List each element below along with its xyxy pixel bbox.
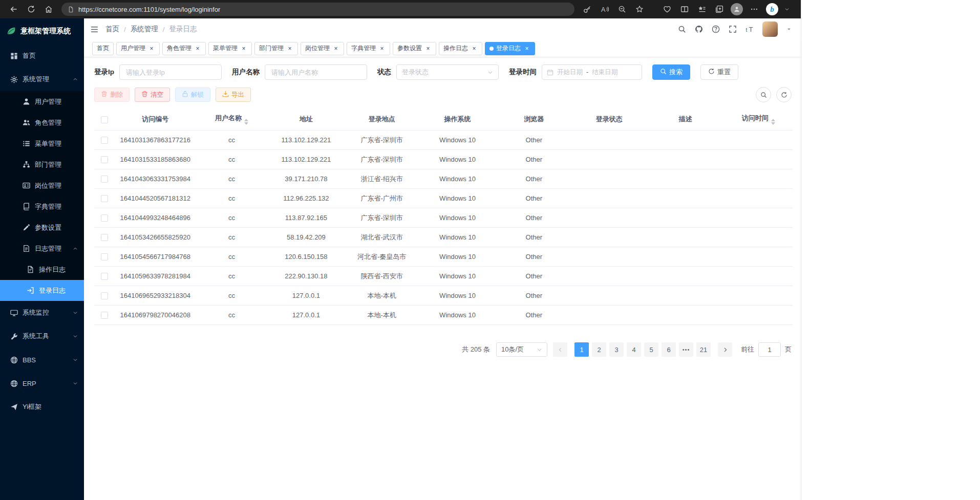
status-select[interactable]: 登录状态: [396, 64, 499, 80]
toggle-search-button[interactable]: [756, 87, 771, 102]
browser-essentials-icon[interactable]: [658, 2, 676, 17]
fullscreen-icon[interactable]: [729, 25, 737, 33]
login-time-range-picker[interactable]: 开始日期 - 结束日期: [542, 64, 642, 80]
sidebar-item[interactable]: 字典管理: [0, 196, 84, 217]
search-button[interactable]: 搜索: [652, 64, 690, 80]
tab-close-icon[interactable]: ×: [286, 45, 293, 52]
clear-button[interactable]: 清空: [135, 88, 170, 102]
row-checkbox[interactable]: [101, 292, 108, 299]
site-info-icon[interactable]: [68, 6, 74, 13]
row-checkbox[interactable]: [101, 253, 108, 260]
github-icon[interactable]: [695, 25, 703, 33]
row-checkbox[interactable]: [101, 214, 108, 222]
sort-caret-icon[interactable]: [771, 119, 775, 125]
tab-close-icon[interactable]: ×: [194, 45, 201, 52]
sidebar-item[interactable]: 登录日志: [0, 280, 84, 301]
tab-close-icon[interactable]: ×: [424, 45, 432, 52]
page-button-5[interactable]: 5: [644, 342, 658, 357]
row-checkbox[interactable]: [101, 156, 108, 163]
tab-item[interactable]: 字典管理×: [347, 42, 390, 55]
tab-close-icon[interactable]: ×: [471, 45, 478, 52]
tab-close-icon[interactable]: ×: [378, 45, 386, 52]
row-checkbox[interactable]: [101, 195, 108, 202]
delete-button[interactable]: 删除: [94, 88, 130, 102]
sidebar-item[interactable]: 日志管理: [0, 238, 84, 259]
browser-refresh-icon[interactable]: [23, 2, 40, 17]
row-checkbox[interactable]: [101, 312, 108, 319]
sidebar-item[interactable]: 操作日志: [0, 259, 84, 280]
login-ip-input[interactable]: [119, 64, 222, 80]
export-button[interactable]: 导出: [216, 88, 251, 102]
sidebar-item[interactable]: BBS: [0, 348, 84, 372]
collapse-sidebar-icon[interactable]: [90, 25, 99, 34]
page-button-4[interactable]: 4: [627, 342, 641, 357]
breadcrumb-item-home[interactable]: 首页: [105, 25, 119, 34]
split-screen-icon[interactable]: [676, 2, 693, 17]
tab-item[interactable]: 角色管理×: [162, 42, 206, 55]
page-button-6[interactable]: 6: [662, 342, 676, 357]
password-manager-icon[interactable]: [579, 2, 596, 17]
browser-menu-icon[interactable]: [745, 2, 763, 17]
browser-back-icon[interactable]: [5, 2, 23, 17]
row-checkbox[interactable]: [101, 176, 108, 183]
tab-item[interactable]: 菜单管理×: [208, 42, 252, 55]
sidebar-item[interactable]: 首页: [0, 44, 84, 68]
goto-page-input[interactable]: [758, 342, 781, 357]
page-button-3[interactable]: 3: [609, 342, 624, 357]
favorite-this-page-icon[interactable]: [631, 2, 648, 17]
tab-item[interactable]: 用户管理×: [116, 42, 160, 55]
user-name-input[interactable]: [265, 64, 367, 80]
help-icon[interactable]: [712, 25, 720, 33]
sidebar-item[interactable]: 用户管理: [0, 91, 84, 112]
browser-home-icon[interactable]: [40, 2, 57, 17]
sidebar-item[interactable]: 岗位管理: [0, 175, 84, 196]
sidebar-item[interactable]: ERP: [0, 372, 84, 395]
sidebar-item[interactable]: 系统工具: [0, 324, 84, 348]
sidebar-item[interactable]: 部门管理: [0, 154, 84, 175]
row-checkbox[interactable]: [101, 234, 108, 241]
tab-close-icon[interactable]: ×: [332, 45, 339, 52]
page-button-2[interactable]: 2: [592, 342, 606, 357]
sidebar-item[interactable]: 系统管理: [0, 68, 84, 91]
tab-item[interactable]: 部门管理×: [254, 42, 298, 55]
header-search-icon[interactable]: [678, 25, 686, 33]
row-checkbox[interactable]: [101, 137, 108, 144]
breadcrumb-item-system[interactable]: 系统管理: [131, 25, 158, 34]
tab-item[interactable]: 操作日志×: [439, 42, 482, 55]
sidebar-item[interactable]: 角色管理: [0, 112, 84, 133]
column-header-time[interactable]: 访问时间: [725, 108, 793, 131]
prev-page-button[interactable]: [553, 342, 567, 357]
user-avatar[interactable]: [762, 21, 778, 37]
page-button-21[interactable]: 21: [696, 342, 711, 357]
column-header-user[interactable]: 用户名称: [196, 108, 267, 131]
sort-caret-icon[interactable]: [244, 119, 248, 125]
sidebar-item[interactable]: 菜单管理: [0, 133, 84, 154]
page-button-1[interactable]: 1: [574, 342, 589, 357]
tab-item[interactable]: 岗位管理×: [301, 42, 344, 55]
favorites-icon[interactable]: [693, 2, 711, 17]
tab-item[interactable]: 参数设置×: [393, 42, 436, 55]
tab-item[interactable]: 首页: [92, 42, 114, 55]
collections-icon[interactable]: [711, 2, 728, 17]
unlock-button[interactable]: 解锁: [175, 88, 210, 102]
read-aloud-icon[interactable]: A: [596, 2, 613, 17]
next-page-button[interactable]: [718, 342, 732, 357]
page-size-select[interactable]: 10条/页: [496, 342, 547, 357]
zoom-icon[interactable]: [613, 2, 631, 17]
sidebar-item[interactable]: 参数设置: [0, 217, 84, 238]
reset-button[interactable]: 重置: [700, 64, 738, 80]
refresh-table-button[interactable]: [776, 87, 792, 102]
row-checkbox[interactable]: [101, 273, 108, 280]
tab-item-active[interactable]: 登录日志×: [485, 42, 535, 55]
select-all-checkbox[interactable]: [101, 116, 108, 123]
copilot-icon[interactable]: b: [766, 3, 778, 15]
tab-close-icon[interactable]: ×: [523, 45, 530, 52]
font-size-icon[interactable]: tT: [745, 25, 754, 33]
browser-profile-avatar[interactable]: [728, 2, 745, 17]
copilot-caret-icon[interactable]: [778, 2, 796, 17]
avatar-caret-icon[interactable]: [786, 27, 792, 32]
address-bar[interactable]: https://ccnetcore.com:1101/system/log/lo…: [61, 3, 574, 16]
sidebar-item[interactable]: Yi框架: [0, 395, 84, 419]
sidebar-item[interactable]: 系统监控: [0, 301, 84, 324]
tab-close-icon[interactable]: ×: [240, 45, 247, 52]
